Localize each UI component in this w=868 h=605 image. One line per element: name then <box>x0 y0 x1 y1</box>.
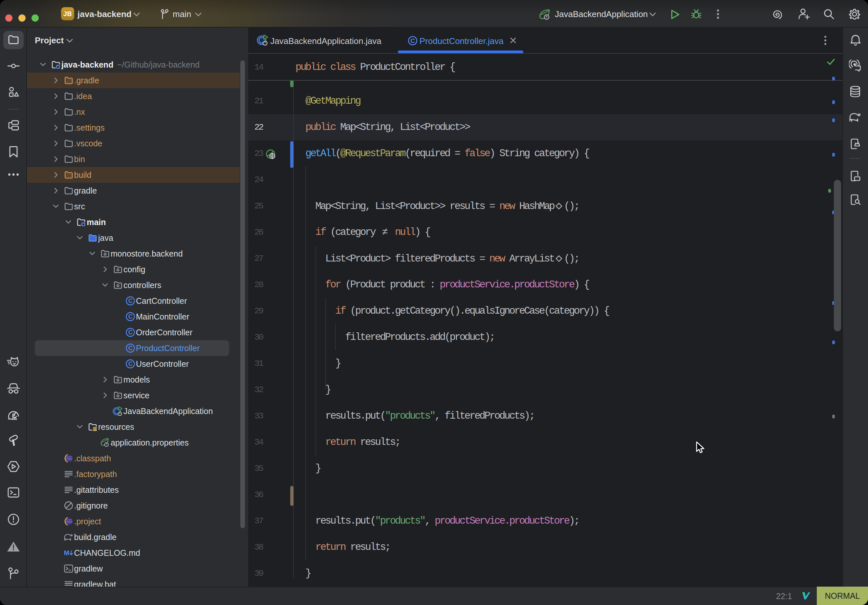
svg-text:C: C <box>410 37 415 44</box>
svg-text:C: C <box>129 345 133 351</box>
svg-text:C: C <box>129 329 133 336</box>
svg-text:M: M <box>64 549 69 557</box>
svg-text:C: C <box>129 361 133 367</box>
svg-text:C: C <box>129 313 133 320</box>
svg-text:C: C <box>129 297 133 304</box>
